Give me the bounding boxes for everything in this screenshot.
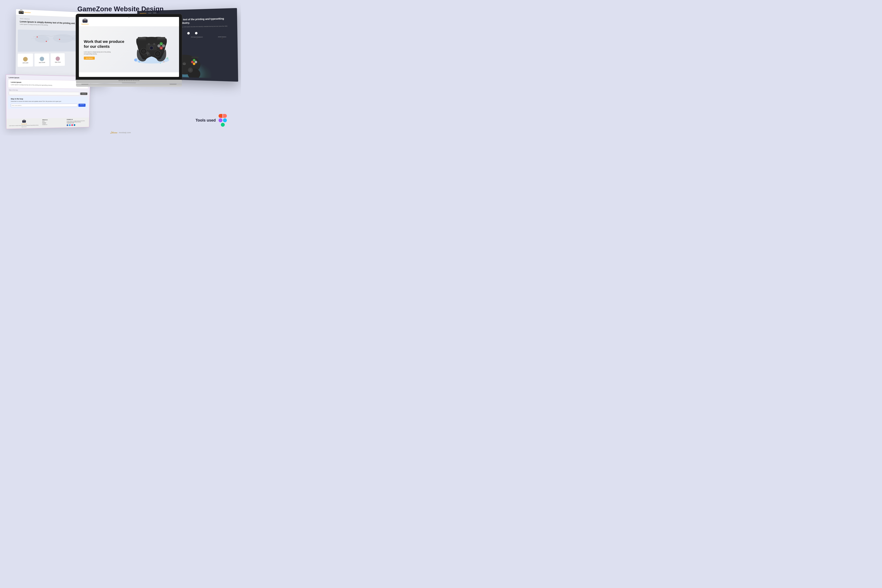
svg-text:○: ○	[163, 45, 164, 47]
key	[138, 80, 140, 81]
page-title: GameZone Website Design	[0, 0, 241, 13]
linkedin-icon[interactable]	[74, 124, 75, 126]
laptop-foot-right	[170, 84, 177, 85]
figma-cell-orange	[223, 114, 227, 118]
fl-footer-contact-title: Contact us	[67, 118, 87, 120]
key	[120, 80, 122, 81]
team-name-1: John pete	[22, 62, 28, 63]
laptop-camera	[128, 16, 129, 17]
avatar-2	[40, 57, 44, 61]
laptop-hero-btn[interactable]: Get Started	[84, 57, 95, 60]
svg-point-6	[53, 34, 74, 43]
fl-footer-link-contact[interactable]: Contact us	[42, 124, 63, 125]
laptop-foot-left	[81, 84, 88, 85]
dot-3	[187, 32, 190, 34]
svg-point-5	[35, 35, 50, 43]
key	[122, 80, 123, 81]
svg-rect-39	[146, 52, 149, 54]
fl-news-email: Subscribe	[11, 104, 86, 107]
svg-point-60	[163, 61, 165, 63]
fl-sub-btn[interactable]: Subscribe	[80, 93, 87, 95]
avatar-3	[56, 57, 60, 61]
laptop-logo-icon	[82, 18, 88, 23]
fl-footer-logo: GameZone Lorem Ipsum is simply dummy tex…	[9, 119, 39, 128]
fl-footer-phone: +908 98097 980	[67, 122, 87, 124]
facebook-icon[interactable]	[67, 124, 69, 126]
laptop-hero-img: × ○ □ △	[129, 35, 174, 63]
fl-footer: GameZone Lorem Ipsum is simply dummy tex…	[6, 117, 89, 129]
svg-point-61	[138, 61, 140, 63]
svg-text:□: □	[158, 45, 159, 47]
footer-logo-text: GameZone	[21, 123, 27, 124]
key	[128, 80, 129, 81]
fl-email-btn[interactable]: Subscribe	[78, 104, 86, 107]
svg-text:×: ×	[161, 47, 162, 49]
fl-input-box[interactable]	[9, 91, 80, 95]
fl-news-title: Stay in the loop	[11, 98, 86, 100]
avatar-1	[23, 57, 28, 62]
key	[126, 80, 127, 81]
arrow-icon: →	[210, 37, 234, 39]
team-card-1: John pete	[18, 54, 33, 67]
svg-text:△: △	[161, 43, 162, 45]
laptop-controller-svg: × ○ □ △	[132, 35, 171, 63]
laptop-logo: GameZone	[81, 18, 88, 25]
laptop-container: GameZone Work that we produce for our cl…	[76, 14, 182, 87]
key	[134, 80, 136, 81]
key	[129, 80, 130, 81]
key	[118, 80, 120, 81]
footer-handle: @gamezone	[21, 126, 27, 128]
svg-text:SONY: SONY	[183, 63, 186, 64]
svg-rect-56	[138, 37, 146, 39]
laptop-nav: GameZone	[79, 17, 179, 27]
fl-section2: Stay in the loop Subscribe	[6, 89, 90, 96]
team-name-2: Jane Smith	[39, 62, 45, 63]
tools-section: Tools used	[196, 114, 227, 127]
fl-section2-label: Stay in the loop	[9, 89, 87, 92]
svg-rect-53	[150, 54, 150, 56]
laptop-screen-bezel: GameZone Work that we produce for our cl…	[76, 14, 182, 80]
svg-rect-52	[149, 54, 149, 56]
keyboard-row-1	[76, 80, 182, 81]
fl-footer-about: About us Zeus Portfolio Careers Contact …	[42, 119, 63, 127]
fl-box-sub: Lorem Ipsum is simply dummy text of the …	[11, 84, 86, 87]
service-4: AR/VR Solutions →	[210, 36, 234, 39]
twitter-icon[interactable]	[69, 124, 71, 126]
footer-logo-icon	[22, 119, 26, 123]
svg-rect-51	[148, 54, 148, 56]
watermark-url: mostaqi.com	[119, 131, 131, 134]
figma-bottom-row	[220, 123, 225, 127]
svg-rect-24	[191, 57, 199, 58]
fl-section2-input: Subscribe	[9, 91, 87, 95]
instagram-icon[interactable]	[71, 124, 73, 126]
key	[133, 80, 134, 81]
key	[136, 80, 138, 81]
fl-email-input[interactable]	[11, 104, 78, 107]
page-container: GameZone Website Design GameZone Home Ab…	[0, 0, 241, 135]
figma-middle-row	[219, 118, 227, 122]
laptop-screen: GameZone Work that we produce for our cl…	[79, 17, 179, 77]
figma-logo	[219, 114, 227, 127]
arrow-icon: →	[185, 38, 208, 39]
figma-cell-purple	[219, 118, 222, 122]
laptop-hero-text: Work that we produce for our clients Lor…	[84, 39, 129, 60]
dot-4	[195, 32, 197, 34]
figma-cell-green	[221, 123, 225, 127]
figma-cell-blue	[223, 118, 227, 122]
svg-point-58	[134, 58, 137, 62]
laptop-logo-text: GameZone	[81, 23, 88, 25]
laptop-hero: Work that we produce for our clients Lor…	[79, 27, 179, 72]
team-card-3: Mike Ross	[51, 53, 65, 66]
laptop-hero-title: Work that we produce for our clients	[84, 39, 129, 49]
watermark: مستقل mostaqi.com	[110, 131, 131, 134]
watermark-logo: مستقل	[110, 131, 117, 134]
fl-news-sub: Subscribe to receive the latest news and…	[11, 100, 86, 102]
laptop-base	[76, 84, 182, 87]
fl-footer-about-title: About us	[42, 119, 63, 120]
svg-rect-54	[137, 39, 146, 40]
figma-cell-red	[219, 114, 222, 118]
svg-rect-29	[85, 20, 85, 21]
fl-newsletter: Stay in the loop Subscribe to receive th…	[8, 96, 88, 109]
laptop-feet	[76, 84, 182, 85]
team-name-3: Mike Ross	[55, 62, 61, 63]
